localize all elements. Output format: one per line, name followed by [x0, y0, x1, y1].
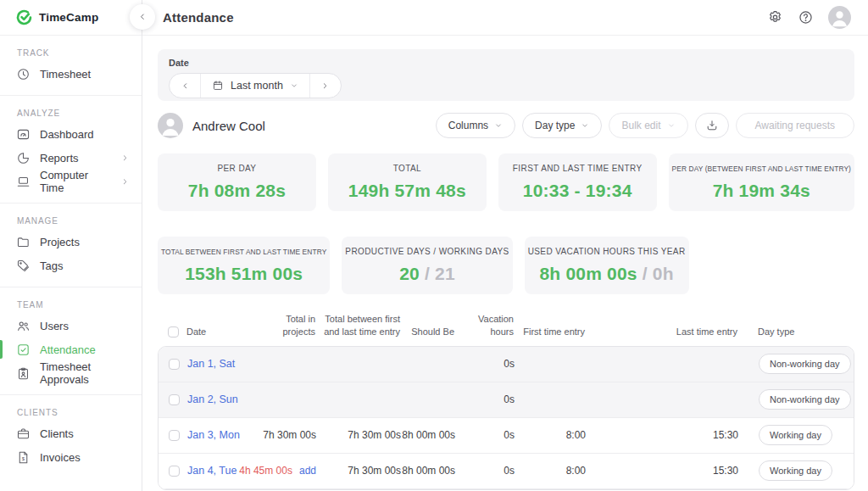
- sidebar-item-projects[interactable]: Projects: [0, 230, 142, 254]
- date-filter-label: Date: [169, 58, 843, 68]
- stats-row-2: TOTAL BETWEEN FIRST AND LAST TIME ENTRY1…: [158, 237, 854, 294]
- stat-value: 20/ 21: [399, 264, 455, 284]
- column-header-vacation-hours: Vacation hours: [454, 313, 514, 338]
- cell-total-between: 7h 30m 00s: [316, 429, 401, 441]
- row-select-cell: [159, 359, 187, 370]
- date-link[interactable]: Jan 3, Mon: [187, 429, 240, 441]
- date-link[interactable]: Jan 1, Sat: [187, 358, 235, 370]
- awaiting-requests-label: Awaiting requests: [755, 120, 836, 131]
- row-select-cell: [159, 466, 187, 477]
- sidebar-item-dashboard[interactable]: Dashboard: [0, 122, 142, 146]
- columns-button[interactable]: Columns: [436, 113, 515, 138]
- brand[interactable]: TimeCamp: [0, 0, 142, 36]
- sidebar-item-label: Timesheet: [40, 68, 91, 81]
- sidebar-item-attendance[interactable]: Attendance: [0, 338, 142, 361]
- row-checkbox[interactable]: [169, 394, 180, 405]
- help-button[interactable]: [798, 9, 814, 25]
- avatar-person-icon: [828, 6, 851, 29]
- day-type-badge[interactable]: Working day: [759, 425, 832, 445]
- avatar-person-icon: [158, 113, 183, 138]
- select-all-checkbox[interactable]: [168, 326, 179, 338]
- row-checkbox[interactable]: [169, 430, 180, 441]
- user-avatar[interactable]: [828, 6, 851, 29]
- stat-card-used-vacation-hours-this-year: USED VACATION HOURS THIS YEAR8h 00m 00s/…: [525, 237, 689, 294]
- sidebar-item-invoices[interactable]: $Invoices: [0, 445, 142, 469]
- stat-card-per-day: PER DAY7h 08m 28s: [158, 153, 316, 211]
- chevron-right-icon: [120, 153, 130, 163]
- date-filter-panel: Date Last month: [158, 49, 854, 101]
- stat-value: 10:33 - 19:34: [523, 181, 632, 201]
- next-period-button[interactable]: [310, 74, 341, 98]
- day-type-badge[interactable]: Non-working day: [759, 354, 851, 374]
- sidebar-section-label: TEAM: [0, 294, 142, 314]
- cell-day-type: Non-working day: [738, 354, 854, 374]
- column-header-date: Date: [186, 326, 253, 338]
- stat-value: 153h 51m 00s: [185, 264, 303, 284]
- timecamp-logo-icon: [15, 8, 33, 26]
- previous-period-button[interactable]: [170, 74, 200, 98]
- day-type-button[interactable]: Day type: [522, 113, 602, 138]
- sidebar-item-label: Timesheet Approvals: [40, 360, 130, 386]
- sidebar-item-computer-time[interactable]: Computer Time: [0, 170, 142, 193]
- sidebar-item-label: Attendance: [40, 343, 96, 356]
- bulk-edit-button[interactable]: Bulk edit: [609, 113, 687, 138]
- awaiting-requests-button[interactable]: Awaiting requests: [736, 113, 855, 138]
- day-type-badge[interactable]: Working day: [759, 460, 832, 481]
- row-select-cell: [159, 430, 187, 441]
- row-select-cell: [159, 394, 187, 405]
- sidebar-item-clients[interactable]: Clients: [0, 421, 142, 445]
- day-type-badge[interactable]: Non-working day: [759, 389, 851, 410]
- app-window: TimeCamp TRACKTimesheetANALYZEDashboardR…: [0, 0, 868, 491]
- sidebar-section-manage: MANAGEProjectsTags: [0, 204, 142, 287]
- tags-icon: [16, 259, 31, 273]
- date-range-dropdown[interactable]: Last month: [200, 74, 310, 98]
- sidebar-item-timesheet[interactable]: Timesheet: [0, 62, 142, 86]
- stat-card-total-between-first-and-last-time-entry: TOTAL BETWEEN FIRST AND LAST TIME ENTRY1…: [158, 237, 330, 294]
- column-header-first-time-entry: First time entry: [514, 326, 585, 338]
- cell-total-in-projects: 7h 30m 00s: [253, 429, 316, 441]
- calendar-icon: [212, 80, 224, 92]
- column-header-should-be: Should Be: [400, 326, 454, 338]
- bulk-edit-button-label: Bulk edit: [621, 120, 660, 131]
- sidebar-item-tags[interactable]: Tags: [0, 254, 142, 277]
- stat-value: 8h 00m 00s/ 0h: [539, 264, 673, 284]
- person-avatar: [158, 113, 183, 138]
- brand-name: TimeCamp: [39, 11, 98, 24]
- settings-button[interactable]: [767, 9, 783, 25]
- help-icon: [798, 9, 814, 25]
- export-button[interactable]: [695, 113, 729, 138]
- chevron-left-icon: [181, 81, 190, 91]
- row-checkbox[interactable]: [169, 359, 180, 370]
- table-header-row: DateTotal in projectsTotal between first…: [158, 313, 854, 346]
- cell-vacation-hours: 0s: [455, 393, 515, 405]
- stats-row-1: PER DAY7h 08m 28sTOTAL149h 57m 48sFIRST …: [158, 153, 854, 211]
- columns-button-label: Columns: [448, 120, 488, 131]
- chevron-down-icon: [581, 121, 589, 130]
- sidebar-section-label: MANAGE: [0, 210, 142, 230]
- sidebar-item-label: Projects: [40, 236, 80, 248]
- date-link[interactable]: Jan 2, Sun: [187, 393, 238, 405]
- table-row-jan-4-tue: Jan 4, Tue4h 45m 00sadd7h 30m 00s8h 00m …: [159, 454, 854, 489]
- cell-date: Jan 1, Sat: [187, 358, 253, 370]
- table-row-jan-2-sun: Jan 2, Sun0sNon-working day: [159, 382, 854, 418]
- cell-last-time-entry: 15:30: [586, 429, 738, 441]
- date-link[interactable]: Jan 4, Tue: [187, 465, 236, 477]
- cell-vacation-hours: 0s: [455, 429, 515, 441]
- projects-icon: [16, 235, 31, 249]
- stat-label: PER DAY: [217, 164, 256, 173]
- chevron-right-icon: [120, 177, 130, 187]
- stat-label: TOTAL: [393, 164, 421, 173]
- stat-card-per-day-between-first-and-last-time-entr: PER DAY (BETWEEN FIRST AND LAST TIME ENT…: [669, 153, 854, 211]
- row-checkbox[interactable]: [169, 466, 180, 477]
- date-range-value: Last month: [231, 80, 283, 92]
- svg-text:$: $: [22, 456, 25, 461]
- users-icon: [16, 319, 31, 333]
- sidebar-item-timesheet-approvals[interactable]: Timesheet Approvals: [0, 361, 142, 385]
- sidebar-item-users[interactable]: Users: [0, 314, 142, 338]
- add-time-link[interactable]: add: [299, 465, 316, 477]
- sidebar-collapse-button[interactable]: [130, 4, 155, 30]
- sidebar: TimeCamp TRACKTimesheetANALYZEDashboardR…: [0, 0, 142, 491]
- cell-day-type: Working day: [738, 425, 854, 445]
- attendance-icon: [16, 343, 31, 357]
- sidebar-item-reports[interactable]: Reports: [0, 146, 142, 170]
